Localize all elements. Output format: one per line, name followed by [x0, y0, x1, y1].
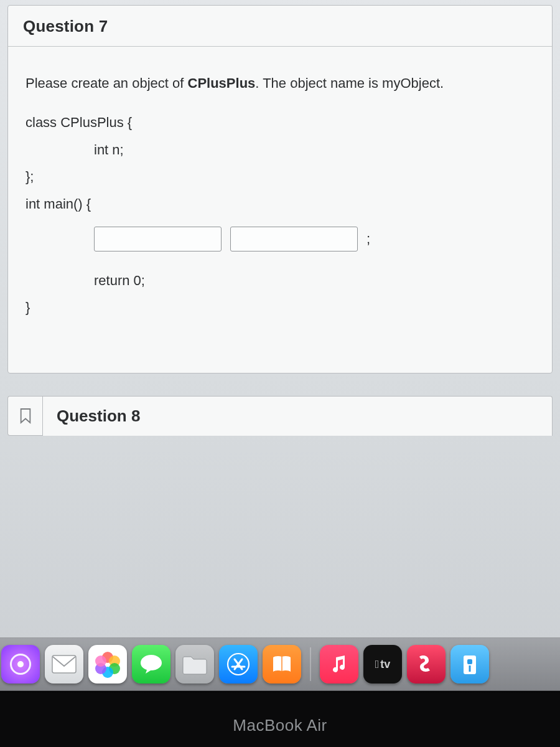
keychain-app-icon[interactable] — [450, 645, 489, 684]
code-line-6: } — [26, 296, 534, 319]
answer-blank-1[interactable] — [94, 227, 222, 251]
shortcuts-app-icon[interactable] — [407, 645, 446, 684]
quiz-page: Question 7 Please create an object of CP… — [0, 5, 560, 436]
answer-blank-row: ; — [26, 227, 534, 251]
app-store-icon[interactable] — [219, 645, 258, 684]
speech-bubble-icon — [139, 653, 164, 675]
code-block: class CPlusPlus { int n; }; int main() {… — [26, 111, 534, 319]
device-label: MacBook Air — [0, 716, 560, 735]
books-app-icon[interactable] — [263, 645, 301, 684]
code-line-5: return 0; — [26, 269, 534, 292]
photos-app-icon[interactable] — [88, 645, 127, 684]
svg-rect-0 — [52, 655, 76, 673]
messages-app-icon[interactable] — [132, 645, 170, 684]
podcasts-app-icon[interactable] — [1, 645, 40, 684]
apple-tv-app-icon[interactable]: tv — [363, 645, 402, 684]
shortcuts-s-icon — [414, 652, 439, 677]
book-icon — [269, 652, 294, 677]
bookmark-icon — [19, 408, 32, 424]
photos-flower-icon — [95, 652, 120, 677]
podcast-glyph — [10, 654, 31, 675]
question-8-wrap: Question 8 — [7, 396, 553, 436]
answer-blank-2[interactable] — [230, 227, 358, 251]
question-7-title: Question 7 — [8, 6, 552, 47]
code-line-2: int n; — [26, 138, 534, 161]
question-7-body: Please create an object of CPlusPlus. Th… — [8, 47, 552, 373]
prompt-prefix: Please create an object of — [26, 75, 188, 91]
music-app-icon[interactable] — [320, 645, 358, 684]
mail-app-icon[interactable] — [45, 645, 83, 684]
music-note-icon — [329, 654, 350, 675]
question-prompt: Please create an object of CPlusPlus. Th… — [26, 72, 534, 95]
svg-rect-4 — [467, 659, 472, 664]
code-line-1: class CPlusPlus { — [26, 111, 534, 134]
folder-icon — [181, 654, 208, 675]
key-icon — [457, 652, 482, 677]
question-7-card: Question 7 Please create an object of CP… — [7, 5, 553, 374]
tv-label: tv — [375, 658, 391, 671]
code-line-3: }; — [26, 165, 534, 188]
macos-dock: tv — [0, 637, 560, 691]
envelope-icon — [52, 655, 77, 674]
files-app-icon[interactable] — [175, 645, 214, 684]
appstore-a-icon — [226, 652, 251, 677]
dock-divider — [310, 647, 311, 681]
code-semicolon: ; — [366, 227, 370, 250]
question-8-flag-button[interactable] — [7, 396, 42, 436]
prompt-bold: CPlusPlus — [188, 75, 256, 91]
code-line-4: int main() { — [26, 192, 534, 215]
question-8-title: Question 8 — [42, 396, 553, 436]
prompt-suffix: . The object name is myObject. — [255, 75, 444, 91]
